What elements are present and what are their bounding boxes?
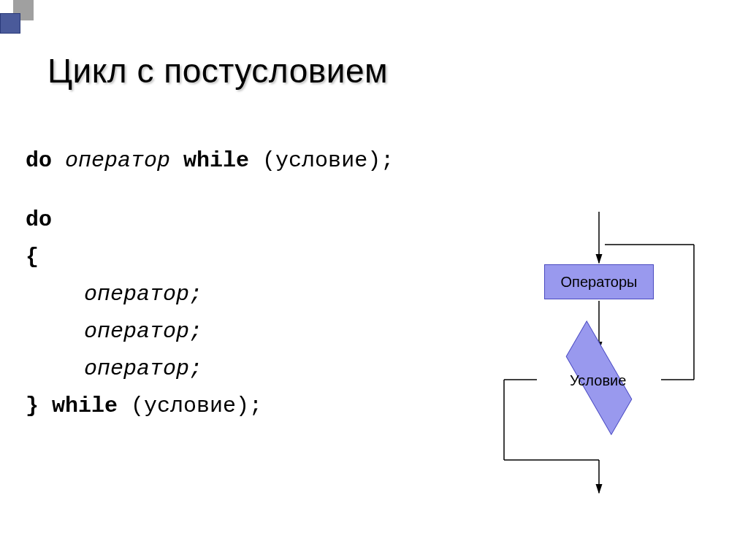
code-close-brace: } (26, 394, 39, 418)
slide-title: Цикл с постусловием (47, 51, 388, 91)
kw-do: do (26, 148, 52, 173)
flowchart-process-box: Операторы (544, 264, 654, 299)
code-line-1: do оператор while (условие); (26, 142, 394, 180)
code-line-do: do (26, 202, 394, 239)
deco-square-blue (0, 13, 20, 34)
code-block: do оператор while (условие); do { операт… (26, 142, 394, 425)
code-open-brace: { (26, 239, 394, 276)
decision-label: Условие (570, 372, 626, 389)
code-cond-2: (условие); (131, 394, 262, 418)
code-operator: оператор (65, 148, 170, 173)
flowchart-diagram: Операторы Условие (475, 212, 723, 504)
code-op-1: оператор; (26, 276, 394, 313)
code-line-end: } while (условие); (26, 388, 394, 425)
kw-while: while (183, 148, 249, 173)
code-cond: (условие); (262, 148, 394, 173)
process-label: Операторы (561, 274, 638, 291)
code-op-3: оператор; (26, 350, 394, 388)
corner-decoration (0, 0, 51, 37)
slide: Цикл с постусловием do оператор while (у… (0, 0, 748, 560)
blank-line (26, 180, 394, 202)
code-op-2: оператор; (26, 313, 394, 350)
kw-while-2: while (52, 394, 118, 418)
